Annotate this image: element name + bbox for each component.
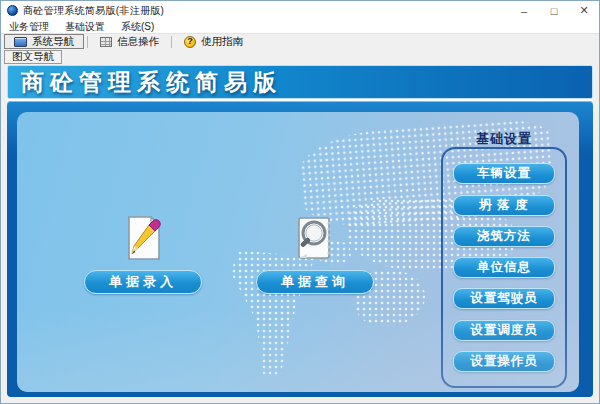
world-map-dots-oceania: [355, 270, 425, 326]
toolbar-info-operations-label: 信息操作: [117, 35, 159, 49]
map-canvas: 单据录入: [17, 112, 579, 392]
tab-bar: 图文导航: [1, 49, 599, 64]
navigation-icon: [14, 37, 27, 47]
search-document-icon[interactable]: [292, 214, 338, 262]
toolbar-user-guide[interactable]: ? 使用指南: [175, 34, 252, 49]
document-entry-button[interactable]: 单据录入: [84, 270, 202, 294]
menubar: 业务管理 基础设置 系统(S): [1, 20, 599, 33]
set-operator-button[interactable]: 设置操作员: [453, 351, 555, 372]
tab-graphic-navigation-label: 图文导航: [12, 50, 54, 64]
world-map-dots-south-asia: [347, 198, 517, 272]
shortcut-document-entry: 单据录入: [73, 214, 213, 294]
pouring-method-button[interactable]: 浇筑方法: [453, 226, 555, 247]
titlebar: 商砼管理系统简易版(非注册版) – □ ✕: [1, 1, 599, 20]
basic-settings-title: 基础设置: [441, 130, 567, 148]
vehicle-settings-button[interactable]: 车辆设置: [453, 163, 555, 184]
app-window: 商砼管理系统简易版(非注册版) – □ ✕ 业务管理 基础设置 系统(S) 系统…: [0, 0, 600, 404]
world-map-dots-islands: [317, 240, 351, 266]
toolbar-info-operations[interactable]: 信息操作: [91, 34, 168, 49]
app-icon: [7, 5, 18, 16]
pencil-document-icon[interactable]: [120, 214, 166, 262]
toolbar-separator: [87, 36, 88, 48]
slump-button[interactable]: 坍 落 度: [453, 195, 555, 216]
unit-info-button[interactable]: 单位信息: [453, 257, 555, 278]
toolbar-system-navigation[interactable]: 系统导航: [4, 34, 84, 49]
shortcut-document-query: 单据查询: [245, 214, 385, 294]
tab-page: 商砼管理系统简易版: [7, 65, 593, 397]
content-frame: 单据录入: [7, 101, 593, 397]
basic-settings-panel: 基础设置 车辆设置 坍 落 度 浇筑方法 单位信息 设置驾驶员 设置调度员 设置…: [441, 130, 567, 388]
basic-settings-box: 车辆设置 坍 落 度 浇筑方法 单位信息 设置驾驶员 设置调度员 设置操作员: [441, 147, 567, 388]
set-dispatcher-button[interactable]: 设置调度员: [453, 320, 555, 341]
page-title: 商砼管理系统简易版: [21, 67, 282, 98]
grid-icon: [100, 37, 112, 47]
toolbar-separator: [171, 36, 172, 48]
toolbar-system-navigation-label: 系统导航: [32, 35, 74, 49]
document-query-button[interactable]: 单据查询: [256, 270, 374, 294]
menu-basic-settings[interactable]: 基础设置: [65, 20, 105, 34]
minimize-button[interactable]: –: [509, 1, 539, 20]
world-map-dots-eurasia: [298, 117, 556, 230]
set-driver-button[interactable]: 设置驾驶员: [453, 288, 555, 309]
world-map-dots-africa: [231, 250, 315, 378]
banner: 商砼管理系统简易版: [7, 65, 593, 99]
window-controls: – □ ✕: [509, 1, 599, 20]
menu-system[interactable]: 系统(S): [121, 20, 154, 34]
window-title: 商砼管理系统简易版(非注册版): [23, 4, 164, 18]
toolbar: 系统导航 信息操作 ? 使用指南: [1, 33, 599, 49]
menu-business-management[interactable]: 业务管理: [9, 20, 49, 34]
maximize-button[interactable]: □: [539, 1, 569, 20]
tab-graphic-navigation[interactable]: 图文导航: [4, 50, 62, 64]
help-icon: ?: [184, 36, 196, 48]
toolbar-user-guide-label: 使用指南: [201, 35, 243, 49]
close-button[interactable]: ✕: [569, 1, 599, 20]
